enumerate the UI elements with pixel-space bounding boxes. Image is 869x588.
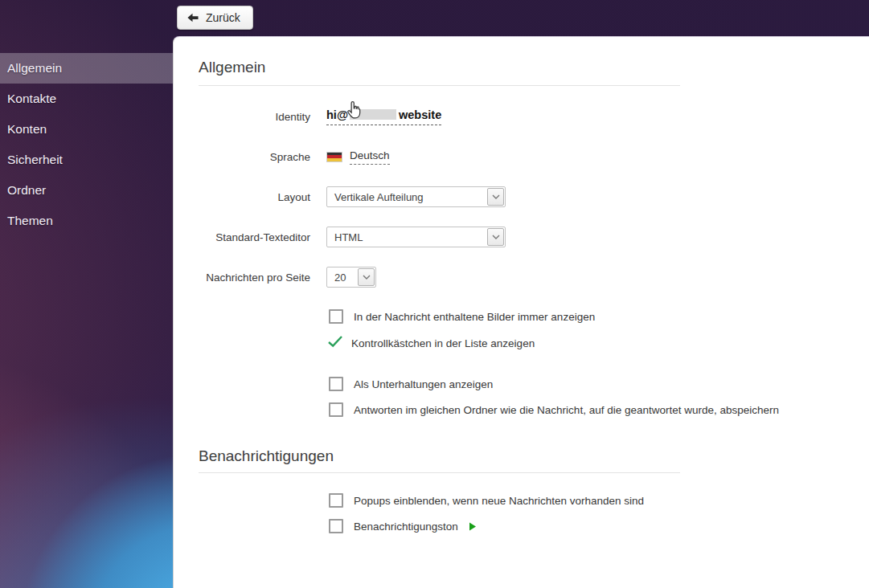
section-divider (199, 85, 680, 86)
checkbox-label[interactable]: Kontrollkästchen in der Liste anzeigen (351, 337, 535, 349)
editor-row: Standard-Texteditor HTML (199, 217, 869, 257)
checkbox-conversations[interactable] (329, 377, 343, 391)
identity-value[interactable]: hi@website (326, 108, 441, 125)
sidebar-item-allgemein[interactable]: Allgemein (0, 53, 173, 84)
checkbox-row-conversations: Als Unterhaltungen anzeigen (329, 371, 869, 397)
sidebar-item-konten[interactable]: Konten (0, 114, 173, 145)
german-flag-icon (326, 152, 342, 162)
checkbox-row-show-images: In der Nachricht enthaltene Bilder immer… (329, 304, 869, 329)
chevron-down-icon[interactable] (487, 188, 504, 206)
language-label: Sprache (199, 151, 326, 163)
checkbox-label[interactable]: Antworten im gleichen Ordner wie die Nac… (354, 404, 779, 416)
editor-label: Standard-Texteditor (199, 231, 326, 243)
checkbox-label[interactable]: Als Unterhaltungen anzeigen (354, 378, 493, 390)
back-button-label: Zurück (206, 11, 240, 24)
checkbox-label[interactable]: In der Nachricht enthaltene Bilder immer… (354, 311, 595, 323)
sidebar-item-themen[interactable]: Themen (0, 206, 173, 236)
sidebar-item-ordner[interactable]: Ordner (0, 175, 173, 206)
checkbox-popups[interactable] (329, 493, 343, 508)
play-sound-icon[interactable] (469, 522, 477, 531)
sidebar-item-kontakte[interactable]: Kontakte (0, 84, 173, 114)
checkbox-row-save-replies: Antworten im gleichen Ordner wie die Nac… (329, 397, 869, 423)
green-checkmark-icon[interactable] (327, 335, 343, 351)
identity-suffix: website (399, 108, 441, 121)
section-divider (199, 472, 680, 473)
back-arrow-icon (187, 13, 199, 22)
layout-row: Layout Vertikale Aufteilung (199, 177, 869, 217)
editor-select-value: HTML (334, 231, 363, 243)
checkbox-save-replies[interactable] (329, 402, 343, 417)
chevron-down-icon[interactable] (358, 268, 375, 286)
back-button[interactable]: Zurück (177, 6, 253, 30)
section-title-general: Allgemein (199, 59, 869, 76)
checkbox-row-notification-sound: Benachrichtigungston (329, 513, 869, 539)
layout-select[interactable]: Vertikale Aufteilung (326, 186, 506, 207)
identity-row: Identity hi@website (199, 96, 869, 137)
sidebar-item-sicherheit[interactable]: Sicherheit (0, 145, 173, 175)
checkbox-row-list-checkboxes: Kontrollkästchen in der Liste anzeigen (329, 330, 869, 356)
per-page-select[interactable]: 20 (326, 267, 376, 288)
per-page-select-value: 20 (334, 272, 346, 284)
checkbox-show-images[interactable] (329, 309, 343, 324)
checkbox-label[interactable]: Benachrichtigungston (354, 521, 458, 533)
redacted-email-part (350, 109, 396, 120)
section-title-notifications: Benachrichtigungen (199, 447, 869, 465)
checkbox-notification-sound[interactable] (329, 519, 343, 533)
layout-label: Layout (199, 191, 326, 203)
language-row: Sprache Deutsch (199, 137, 869, 177)
settings-sidebar: Allgemein Kontakte Konten Sicherheit Ord… (0, 53, 173, 236)
editor-select[interactable]: HTML (326, 227, 506, 247)
identity-prefix: hi@ (326, 108, 348, 121)
identity-label: Identity (199, 111, 326, 123)
per-page-row: Nachrichten pro Seite 20 (199, 257, 869, 297)
checkbox-label[interactable]: Popups einblenden, wenn neue Nachrichten… (354, 495, 644, 507)
per-page-label: Nachrichten pro Seite (199, 272, 326, 284)
language-text: Deutsch (350, 149, 390, 165)
chevron-down-icon[interactable] (487, 228, 504, 246)
layout-select-value: Vertikale Aufteilung (334, 191, 424, 203)
checkbox-row-popups: Popups einblenden, wenn neue Nachrichten… (329, 488, 869, 513)
language-value[interactable]: Deutsch (326, 149, 390, 165)
settings-panel: Allgemein Identity hi@website Sprache De… (173, 36, 869, 588)
